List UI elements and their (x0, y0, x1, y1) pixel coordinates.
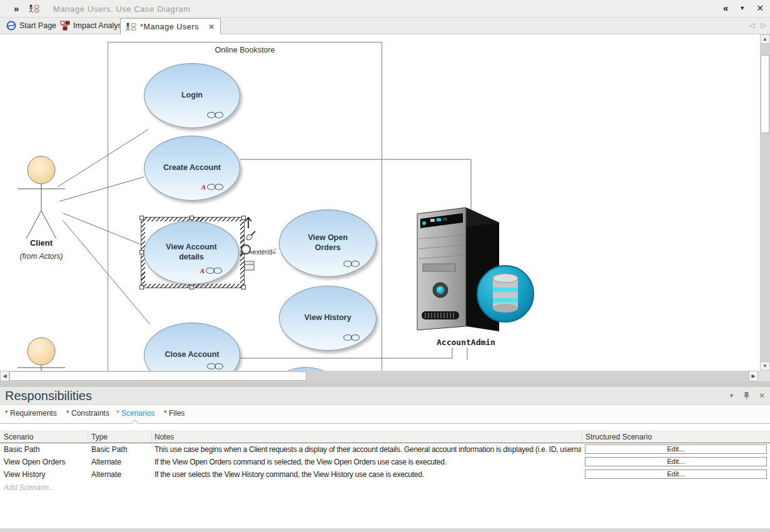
titlebar-controls: « ▼ ✕ (723, 3, 764, 13)
start-page-icon (6, 21, 16, 31)
panel-tab-bar: * Requirements * Constraints * Scenarios… (0, 405, 770, 423)
resize-handle[interactable] (139, 250, 144, 254)
linked-document-icon (207, 112, 223, 118)
use-case-diagram-icon (29, 4, 40, 13)
scenario-table-header: Scenario Type Notes Structured Scenario (0, 431, 770, 443)
linked-document-icon (343, 261, 360, 267)
window-title: Manage Users. Use Case Diagram (53, 4, 191, 14)
usecase-view-open-orders[interactable]: View Open Orders (279, 209, 377, 277)
usecase-label: View Open Orders (280, 233, 376, 253)
window-menu-icon[interactable]: ▼ (739, 5, 745, 11)
horizontal-scrollbar[interactable]: ◀ ▶ (0, 371, 759, 381)
tab-label: Impact Analysis (73, 21, 128, 30)
tab-label: Start Page (19, 21, 56, 30)
actor-partial-figure[interactable] (13, 334, 70, 371)
scroll-right-icon[interactable]: ▶ (749, 371, 758, 381)
panel-menu-icon[interactable]: ▼ (729, 393, 734, 399)
move-up-icon[interactable] (243, 214, 254, 229)
expand-toolbar-icon[interactable]: » (14, 3, 19, 14)
responsibilities-header: Responsibilities ▼ ✕ (0, 387, 770, 405)
diagram-tab-strip: Start Page Impact Analysis *Manage Users… (0, 18, 770, 34)
insert-element-icon[interactable] (244, 261, 255, 272)
cell-type: Alternate (91, 458, 121, 466)
pin-icon[interactable] (743, 391, 750, 400)
table-row[interactable]: View History Alternate If the user selec… (0, 468, 770, 481)
tab-manage-users[interactable]: *Manage Users ✕ (120, 18, 221, 35)
magnifier-icon[interactable] (239, 243, 254, 258)
tab-start-page[interactable]: Start Page (1, 18, 61, 34)
resize-handle[interactable] (139, 216, 144, 220)
usecase-label: View Account details (144, 243, 238, 262)
enterprise-architect-window: { "titlebar": { "collapse_glyph": "»", "… (0, 0, 770, 532)
use-case-diagram-icon (126, 23, 137, 31)
cell-scenario: View Open Orders (4, 458, 66, 466)
paintbrush-icon[interactable] (245, 229, 258, 242)
cell-notes: This use case begins when a Client reque… (155, 445, 581, 454)
scroll-up-icon[interactable]: ▲ (760, 34, 770, 44)
tab-label: *Manage Users (140, 23, 199, 31)
edit-structured-scenario-button[interactable]: Edit... (585, 457, 767, 466)
cell-scenario: Basic Path (4, 445, 39, 454)
cell-scenario: View History (4, 470, 45, 479)
alternate-marker: A (200, 267, 205, 274)
usecase-label: Create Account (151, 163, 233, 173)
scroll-down-icon[interactable]: ▼ (760, 361, 770, 371)
resize-handle[interactable] (139, 285, 144, 289)
usecase-login[interactable]: Login (144, 63, 240, 128)
connector-lines (0, 34, 760, 371)
collapse-all-icon[interactable]: « (723, 3, 728, 13)
linked-document-icon: A (200, 267, 222, 274)
add-scenario-row[interactable]: Add Scenario... (4, 483, 55, 492)
tab-constraints[interactable]: * Constraints (66, 409, 109, 418)
edit-structured-scenario-button[interactable]: Edit... (585, 444, 767, 454)
resize-handle[interactable] (241, 285, 246, 289)
cell-notes: If the user selects the View History com… (155, 470, 581, 479)
table-row[interactable]: Basic Path Basic Path This use case begi… (0, 443, 770, 456)
actor-client-figure[interactable] (13, 153, 70, 241)
usecase-create-account[interactable]: Create Account A (144, 136, 240, 201)
vertical-scroll-thumb[interactable] (761, 55, 769, 133)
tab-scroll-right-icon[interactable]: ▷ (761, 21, 766, 29)
horizontal-scroll-thumb[interactable] (9, 371, 306, 381)
column-header-type[interactable]: Type (91, 433, 108, 441)
edit-structured-scenario-button[interactable]: Edit... (585, 469, 767, 479)
tab-scroll-left-icon[interactable]: ◁ (749, 21, 754, 29)
scrollbar-corner (759, 371, 770, 381)
diagram-canvas[interactable]: Online Bookstore Login Create (0, 34, 760, 371)
linked-document-icon (207, 363, 223, 369)
usecase-view-history[interactable]: View History (279, 286, 377, 351)
impact-analysis-icon (60, 21, 70, 31)
usecase-label: View History (292, 313, 364, 323)
cell-notes: If the View Open Orders command is selec… (155, 458, 581, 466)
resize-handle[interactable] (190, 216, 194, 220)
cell-type: Basic Path (91, 445, 127, 454)
resize-handle[interactable] (190, 285, 194, 289)
usecase-label: Login (169, 91, 215, 101)
usecase-label: Close Account (152, 350, 231, 360)
column-header-notes[interactable]: Notes (155, 433, 174, 441)
cell-type: Alternate (91, 470, 121, 479)
tab-divider (0, 423, 770, 424)
alternate-marker: A (201, 183, 206, 191)
panel-close-icon[interactable]: ✕ (759, 391, 765, 400)
column-header-scenario[interactable]: Scenario (4, 433, 33, 441)
panel-title: Responsibilities (5, 389, 92, 403)
tab-files[interactable]: * Files (164, 409, 185, 418)
panel-header-controls: ▼ ✕ (729, 391, 765, 400)
tab-scenarios[interactable]: * Scenarios (116, 409, 155, 418)
vertical-scrollbar[interactable]: ▲ ▼ (760, 34, 770, 371)
bottom-strip (0, 528, 770, 532)
panel-splitter[interactable] (0, 381, 770, 387)
table-row[interactable]: View Open Orders Alternate If the View O… (0, 456, 770, 468)
close-tab-icon[interactable]: ✕ (208, 23, 215, 31)
tab-requirements[interactable]: * Requirements (5, 409, 57, 418)
scroll-left-icon[interactable]: ◀ (0, 371, 9, 381)
server-node-image[interactable] (413, 206, 538, 336)
tab-scroll-nav: ◁ ▷ (749, 21, 766, 29)
column-header-structured-scenario[interactable]: Structured Scenario (585, 433, 652, 441)
close-window-icon[interactable]: ✕ (756, 3, 764, 13)
title-bar: » Manage Users. Use Case Diagram « ▼ ✕ (0, 0, 770, 18)
linked-document-icon (343, 334, 360, 341)
usecase-view-account-details[interactable]: View Account details A (144, 221, 239, 284)
linked-document-icon: A (201, 183, 223, 191)
